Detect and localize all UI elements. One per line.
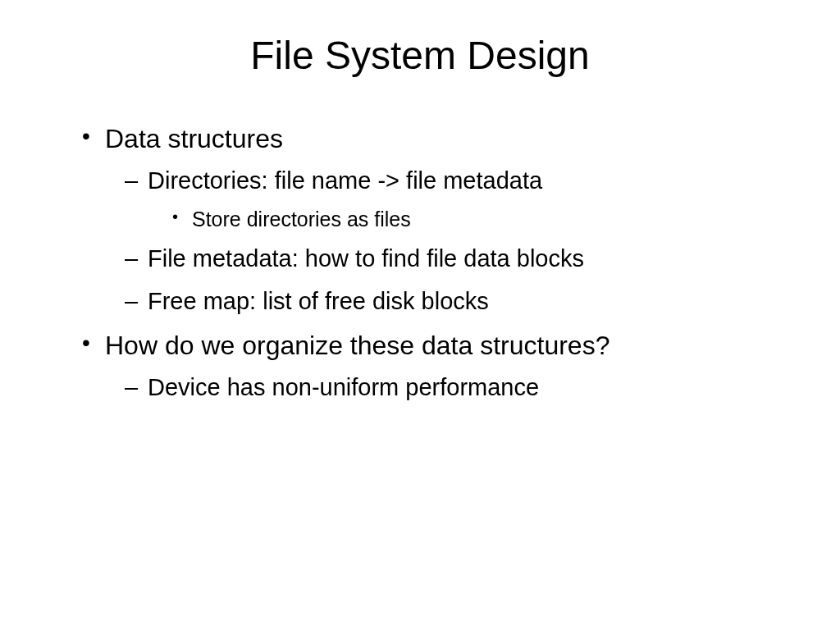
bullet-list-level2: Device has non-uniform performance bbox=[125, 370, 791, 406]
presentation-slide: File System Design Data structures Direc… bbox=[0, 0, 840, 630]
bullet-item: File metadata: how to find file data blo… bbox=[125, 241, 791, 277]
bullet-item: Directories: file name -> file metadata … bbox=[125, 163, 791, 235]
bullet-text: How do we organize these data structures… bbox=[105, 331, 609, 360]
slide-title: File System Design bbox=[49, 33, 791, 78]
slide-content: Data structures Directories: file name -… bbox=[49, 119, 791, 406]
bullet-text: Data structures bbox=[105, 124, 283, 153]
bullet-list-level1: Data structures Directories: file name -… bbox=[82, 119, 791, 406]
bullet-text: Free map: list of free disk blocks bbox=[148, 288, 489, 314]
bullet-item: Free map: list of free disk blocks bbox=[125, 284, 791, 320]
bullet-text: Store directories as files bbox=[192, 208, 411, 231]
bullet-list-level3: Store directories as files bbox=[172, 204, 791, 235]
bullet-item: How do we organize these data structures… bbox=[82, 326, 791, 406]
bullet-item: Data structures Directories: file name -… bbox=[82, 119, 791, 319]
bullet-item: Store directories as files bbox=[172, 204, 791, 235]
bullet-text: File metadata: how to find file data blo… bbox=[148, 245, 584, 272]
bullet-item: Device has non-uniform performance bbox=[125, 370, 791, 406]
bullet-text: Directories: file name -> file metadata bbox=[148, 167, 542, 194]
bullet-list-level2: Directories: file name -> file metadata … bbox=[125, 163, 791, 319]
bullet-text: Device has non-uniform performance bbox=[148, 374, 539, 400]
